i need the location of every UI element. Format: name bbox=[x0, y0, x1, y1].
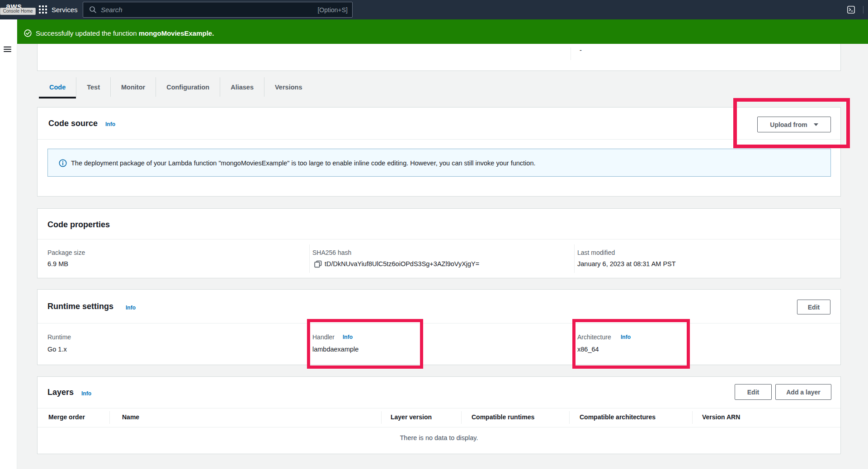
tab-versions[interactable]: Versions bbox=[264, 77, 312, 97]
console-home-tooltip: Console Home bbox=[0, 8, 36, 15]
annotation-box-upload-from bbox=[733, 98, 850, 148]
layers-info-link[interactable]: Info bbox=[81, 390, 91, 397]
function-tabs: Code Test Monitor Configuration Aliases … bbox=[39, 77, 312, 98]
success-check-icon bbox=[24, 29, 32, 37]
layers-header-divider bbox=[38, 408, 840, 408]
runtime-edit-button[interactable]: Edit bbox=[797, 300, 830, 314]
tab-aliases[interactable]: Aliases bbox=[220, 77, 264, 97]
hamburger-menu-icon[interactable] bbox=[4, 47, 11, 52]
cloudshell-icon[interactable] bbox=[847, 6, 855, 14]
layers-table-header-border bbox=[38, 427, 840, 427]
code-source-info-link[interactable]: Info bbox=[105, 121, 115, 127]
search-icon bbox=[89, 6, 97, 14]
package-size-label: Package size bbox=[47, 249, 85, 257]
runtime-settings-header-divider bbox=[38, 323, 840, 324]
navbar-divider bbox=[863, 6, 863, 14]
layers-col-divider-3 bbox=[461, 411, 462, 424]
runtime-settings-card: Runtime settings Info Edit Runtime Go 1.… bbox=[37, 289, 841, 365]
code-properties-divider-2 bbox=[574, 244, 575, 273]
col-name[interactable]: Name bbox=[122, 413, 139, 421]
search-shortcut-hint: [Option+S] bbox=[317, 6, 348, 14]
layers-edit-button[interactable]: Edit bbox=[735, 384, 772, 400]
col-merge-order[interactable]: Merge order bbox=[48, 413, 85, 421]
services-menu[interactable]: Services bbox=[52, 6, 78, 14]
runtime-settings-title: Runtime settings bbox=[47, 301, 113, 311]
code-source-title: Code source bbox=[48, 118, 98, 128]
layers-col-divider-4 bbox=[569, 411, 570, 424]
annotation-box-architecture bbox=[572, 319, 690, 369]
runtime-label: Runtime bbox=[47, 333, 71, 341]
deployment-package-alert: The deployment package of your Lambda fu… bbox=[47, 149, 831, 177]
sha256-hash-value: tD/DkNUvaYiuf8UlC5tz6oiOPdS3Sg+3AZl9oVyX… bbox=[325, 260, 479, 268]
code-properties-header-divider bbox=[38, 239, 840, 239]
layers-empty-message: There is no data to display. bbox=[38, 434, 840, 442]
sha256-hash-label: SHA256 hash bbox=[312, 249, 351, 257]
runtime-settings-info-link[interactable]: Info bbox=[126, 305, 136, 311]
code-properties-divider-1 bbox=[309, 244, 310, 273]
overview-column-divider bbox=[571, 47, 571, 60]
code-properties-title: Code properties bbox=[47, 220, 110, 230]
function-overview-card: - bbox=[37, 44, 841, 71]
code-source-card: Code source Info Upload from The deploym… bbox=[37, 107, 841, 197]
col-layer-version[interactable]: Layer version bbox=[391, 413, 432, 421]
lambda-console-page: Successfully updated the function mongoM… bbox=[0, 0, 868, 469]
package-size-value: 6.9 MB bbox=[47, 260, 68, 268]
annotation-box-handler bbox=[307, 319, 423, 369]
info-circle-icon bbox=[59, 159, 67, 167]
left-sidebar-rail bbox=[0, 19, 17, 469]
add-layer-button[interactable]: Add a layer bbox=[775, 384, 831, 400]
overview-dash-value: - bbox=[580, 46, 582, 54]
alert-message: The deployment package of your Lambda fu… bbox=[71, 159, 536, 167]
layers-edit-label: Edit bbox=[747, 389, 759, 396]
col-version-arn[interactable]: Version ARN bbox=[702, 413, 740, 421]
layers-col-divider-1 bbox=[109, 411, 110, 424]
tab-monitor[interactable]: Monitor bbox=[110, 77, 156, 97]
layers-col-divider-2 bbox=[381, 411, 382, 424]
tab-code[interactable]: Code bbox=[39, 77, 76, 97]
col-compatible-architectures[interactable]: Compatible architectures bbox=[580, 413, 656, 421]
layers-title: Layers bbox=[47, 387, 74, 397]
tab-configuration[interactable]: Configuration bbox=[156, 77, 220, 97]
search-input[interactable]: Search [Option+S] bbox=[83, 2, 353, 18]
success-flashbar: Successfully updated the function mongoM… bbox=[17, 19, 868, 44]
code-source-header-divider bbox=[38, 139, 840, 140]
services-grid-icon[interactable] bbox=[39, 5, 47, 14]
last-modified-label: Last modified bbox=[577, 249, 615, 257]
layers-card: Layers Info Edit Add a layer Merge order… bbox=[37, 376, 841, 454]
runtime-value: Go 1.x bbox=[47, 345, 67, 353]
layers-col-divider-5 bbox=[692, 411, 693, 424]
search-placeholder: Search bbox=[101, 6, 123, 14]
flashbar-message: Successfully updated the function mongoM… bbox=[36, 29, 214, 38]
flashbar-message-prefix: Successfully updated the function bbox=[36, 29, 139, 37]
last-modified-value: January 6, 2023 at 08:31 AM PST bbox=[577, 260, 676, 268]
copy-icon[interactable] bbox=[314, 260, 322, 268]
top-navbar: aws Services Search [Option+S] Console H… bbox=[0, 0, 868, 19]
add-layer-label: Add a layer bbox=[786, 389, 820, 396]
runtime-edit-label: Edit bbox=[808, 304, 820, 311]
flashbar-function-name: mongoMoviesExample. bbox=[139, 29, 214, 37]
col-compatible-runtimes[interactable]: Compatible runtimes bbox=[472, 413, 534, 421]
code-properties-card: Code properties Package size 6.9 MB SHA2… bbox=[37, 208, 841, 278]
tab-test[interactable]: Test bbox=[76, 77, 110, 97]
